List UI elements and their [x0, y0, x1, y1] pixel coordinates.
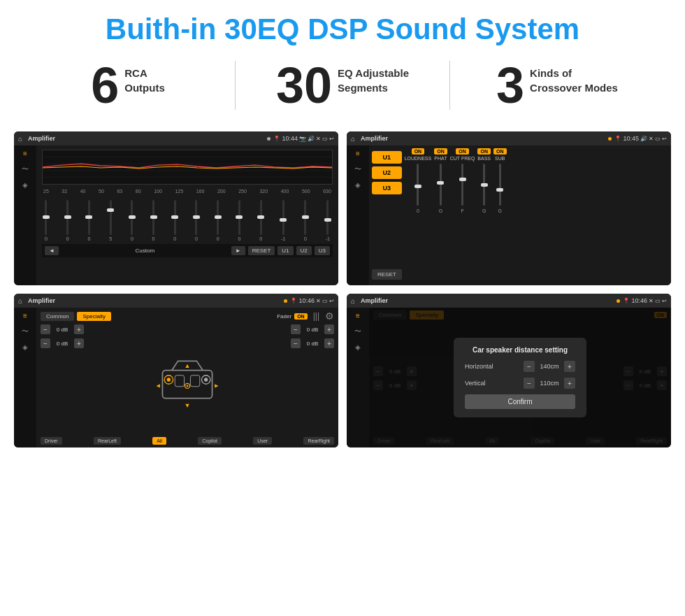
eq-thumb-5[interactable] — [129, 215, 136, 219]
balance-sidebar-wave-icon[interactable]: 〜 — [22, 327, 29, 336]
balance-status-bar: ⌂ Amplifier 📍 10:46 ✕ ▭ ↩ — [14, 294, 338, 308]
crossover-sidebar-speaker-icon[interactable]: ◈ — [355, 181, 361, 189]
eq-thumb-3[interactable] — [85, 215, 92, 219]
vertical-plus-button[interactable]: + — [564, 378, 575, 389]
eq-next-button[interactable]: ► — [231, 246, 245, 255]
eq-u1-button[interactable]: U1 — [277, 246, 293, 255]
all-btn[interactable]: All — [152, 437, 166, 445]
db-plus-3[interactable]: + — [324, 324, 334, 334]
u2-button[interactable]: U2 — [372, 166, 402, 179]
eq-graph — [42, 150, 333, 185]
db-minus-1[interactable]: − — [41, 324, 50, 334]
eq-thumb-4[interactable] — [107, 208, 114, 212]
freq-50: 50 — [99, 189, 104, 194]
eq-sidebar-eq-icon[interactable]: ≡ — [23, 150, 27, 157]
eq-track-9[interactable] — [217, 200, 219, 235]
rearright-btn[interactable]: RearRight — [303, 437, 334, 445]
crossover-sidebar-wave-icon[interactable]: 〜 — [354, 164, 361, 174]
balance-sidebar-speaker-icon[interactable]: ◈ — [22, 343, 28, 351]
db-plus-2[interactable]: + — [74, 338, 84, 348]
eq-u3-button[interactable]: U3 — [315, 246, 330, 255]
phat-thumb[interactable] — [437, 181, 444, 185]
crossover-sidebar-eq-icon[interactable]: ≡ — [356, 150, 360, 157]
eq-track-14[interactable] — [326, 200, 329, 235]
eq-track-13[interactable] — [304, 200, 306, 235]
sub-thumb[interactable] — [496, 188, 503, 192]
eq-reset-button[interactable]: RESET — [248, 246, 275, 255]
driver-btn[interactable]: Driver — [41, 437, 62, 445]
eq-thumb-13[interactable] — [302, 215, 309, 219]
eq-slider-3: 0 — [87, 200, 90, 241]
u3-button[interactable]: U3 — [372, 182, 402, 194]
eq-track-8[interactable] — [195, 200, 197, 235]
user-btn[interactable]: User — [253, 437, 272, 445]
crossover-status-dot — [608, 137, 612, 141]
eq-thumb-7[interactable] — [171, 215, 178, 219]
eq-track-12[interactable] — [282, 200, 284, 235]
horizontal-minus-button[interactable]: − — [524, 361, 535, 372]
svg-rect-5 — [162, 370, 212, 398]
eq-thumb-8[interactable] — [193, 215, 200, 219]
cutfreq-slider[interactable] — [461, 164, 463, 206]
eq-thumb-10[interactable] — [236, 215, 243, 219]
sub-slider[interactable] — [499, 164, 501, 206]
eq-thumb-6[interactable] — [150, 215, 157, 219]
crossover-reset-button[interactable]: RESET — [372, 269, 402, 280]
db-minus-2[interactable]: − — [41, 338, 50, 348]
loudness-slider[interactable] — [417, 164, 419, 206]
dialog-sidebar-eq-icon[interactable]: ≡ — [356, 312, 360, 320]
eq-track-7[interactable] — [174, 200, 176, 235]
stat-eq-number: 30 — [276, 60, 332, 110]
db-minus-4[interactable]: − — [291, 338, 301, 348]
eq-slider-13: 0 — [304, 200, 307, 241]
eq-track-2[interactable] — [66, 200, 68, 235]
confirm-button[interactable]: Confirm — [465, 394, 575, 409]
bass-slider[interactable] — [483, 164, 485, 206]
u1-button[interactable]: U1 — [372, 151, 402, 164]
eq-sidebar-speaker-icon[interactable]: ◈ — [22, 181, 28, 189]
eq-thumb-2[interactable] — [64, 215, 71, 219]
db-row-2: − 0 dB + — [41, 338, 84, 348]
eq-thumb-9[interactable] — [215, 215, 222, 219]
stat-crossover: 3 Kinds ofCrossover Modes — [471, 60, 643, 110]
eq-track-6[interactable] — [152, 200, 154, 235]
db-minus-3[interactable]: − — [291, 324, 301, 334]
eq-thumb-11[interactable] — [257, 215, 264, 219]
eq-prev-button[interactable]: ◄ — [45, 246, 59, 255]
eq-u2-button[interactable]: U2 — [296, 246, 312, 255]
eq-track-4[interactable] — [110, 200, 112, 235]
eq-val-11: 0 — [259, 236, 262, 241]
db-plus-4[interactable]: + — [324, 338, 334, 348]
balance-sidebar-eq-icon[interactable]: ≡ — [23, 312, 27, 320]
freq-200: 200 — [217, 189, 226, 194]
eq-thumb-14[interactable] — [324, 218, 331, 222]
freq-80: 80 — [136, 189, 141, 194]
cutfreq-thumb[interactable] — [459, 178, 466, 181]
dialog-sidebar-wave-icon[interactable]: 〜 — [354, 327, 361, 336]
common-tab[interactable]: Common — [41, 312, 74, 321]
eq-track-3[interactable] — [88, 200, 90, 235]
eq-thumb-1[interactable] — [43, 215, 50, 219]
phat-label: PHAT — [434, 156, 447, 161]
eq-track-11[interactable] — [260, 200, 262, 235]
eq-track-10[interactable] — [238, 200, 240, 235]
phat-slider[interactable] — [440, 164, 442, 206]
eq-track-1[interactable] — [45, 200, 47, 235]
eq-track-5[interactable] — [131, 200, 133, 235]
eq-sidebar-wave-icon[interactable]: 〜 — [22, 164, 29, 174]
svg-marker-15 — [185, 403, 189, 407]
vertical-value: 110cm — [537, 380, 562, 387]
loudness-thumb[interactable] — [414, 185, 421, 188]
fader-on-toggle[interactable]: ON — [294, 313, 308, 320]
bass-thumb[interactable] — [481, 183, 488, 187]
db-plus-1[interactable]: + — [74, 324, 84, 334]
horizontal-plus-button[interactable]: + — [564, 361, 575, 372]
settings-icon[interactable]: ⚙ — [325, 310, 334, 322]
eq-vol-icon: 🔊 — [308, 136, 315, 142]
vertical-minus-button[interactable]: − — [524, 378, 535, 389]
copilot-btn[interactable]: Copilot — [198, 437, 222, 445]
dialog-sidebar-speaker-icon[interactable]: ◈ — [355, 343, 361, 351]
rearleft-btn[interactable]: RearLeft — [94, 437, 121, 445]
specialty-tab[interactable]: Specialty — [77, 312, 110, 321]
eq-thumb-12[interactable] — [280, 218, 287, 222]
